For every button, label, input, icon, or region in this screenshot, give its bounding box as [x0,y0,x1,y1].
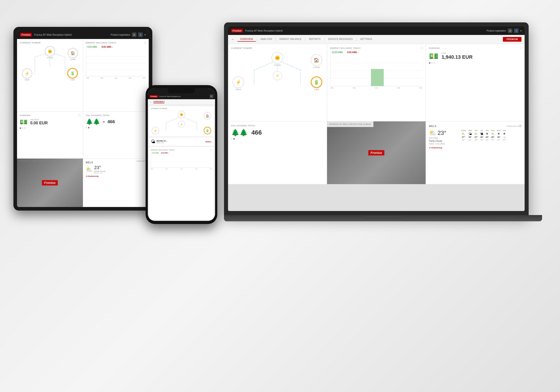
tablet-reg-icon[interactable]: ⊞ [132,32,136,37]
laptop-forecast-sun-label: Sun [491,130,495,131]
phone-energy-info[interactable]: ⓘ [210,149,212,151]
laptop-product-reg: Product registration [487,30,506,32]
laptop-nav-sep-1 [257,38,257,41]
phone-chart-labels: 00h 06h 12h 18h 00h [151,168,212,170]
phone-nav-back[interactable]: ← [150,100,152,103]
laptop-forecast-sat: Sat ☀ 30° 14° [486,130,489,141]
laptop-device: Fronius Fronius AT Wels Reception Hybrid… [224,22,542,242]
tablet-forecast-io: FORECAST.IO [136,160,147,162]
laptop-tab-analysis[interactable]: ANALYSIS [258,37,275,42]
laptop-battery-node: 🔋 3.78% [311,76,322,90]
laptop-forecast-sat-label: Sat [486,130,489,131]
laptop-tab-service[interactable]: SERVICE MESSAGES [325,37,356,42]
laptop-user-icon[interactable]: 👤 [514,29,519,33]
tablet-building-logo: Fronius [42,180,58,185]
tablet-weather-temp-block: 23° Mostly Cloudy Wind: 7 m/s [94,165,106,174]
laptop-weather-header: WELS FORECAST.IO ⓘ [429,125,521,128]
tablet-body: Fronius Fronius AT Wels Reception Hybrid… [13,27,152,211]
tablet-weather-icon: ⛅ [86,166,92,173]
laptop-forecast-sun: Sun ⛅ 29° 17° [491,130,495,141]
laptop-body: Fronius Fronius AT Wels Reception Hybrid… [224,22,529,215]
laptop-premium-button[interactable]: PREMIUM [503,37,521,42]
tablet-logo-text: Fronius [20,33,32,37]
phone-content: Fronius Fronius AT Wels Reception Hy... … [148,88,215,221]
tablet-building-title: FRONIUS AT WELS RECEPTION HYBRID [17,159,62,163]
tablet-earning-details: July 2019 0.00 EUR [30,119,48,125]
laptop-energy-title: ENERGY BALANCE TODAY [330,47,423,49]
tablet-co2-car-icon: 🚗 [103,121,105,122]
tablet-header: Fronius Fronius AT Wels Reception Hybrid… [17,30,149,39]
phone-nav-tab[interactable]: OVERVIEW ▾ [153,101,164,103]
laptop-energy-info[interactable]: ⓘ [421,46,423,50]
laptop-tab-settings[interactable]: SETTINGS [358,37,375,42]
tablet-current-power-title: CURRENT POWER [20,42,80,44]
laptop-forecast-info-icon[interactable]: ⓘ [519,125,521,127]
tablet-chart-gridline-2 [86,63,146,63]
laptop-weather-temp: 23° [438,130,446,136]
laptop-forecast-sat-low: 14° [486,139,489,141]
tablet-grid-node: ⚡ 530 W [22,68,32,81]
phone-reg-icon[interactable]: ⊞ [210,95,213,98]
tablet-solar-label: 5.04 kW [45,57,55,59]
laptop-forecast-mon-label: Mon [497,130,501,131]
laptop-heatwarning: ⚠ Heatwarning [429,147,458,149]
laptop-co2-value: 466 [251,129,262,136]
laptop-weather-temp-row: ⛅ 23° [429,130,458,136]
tablet-weather-desc: Mostly Cloudy [94,170,106,172]
laptop-header: Fronius Fronius AT Wels Reception Hybrid… [228,26,525,35]
tablet-energy-info-icon[interactable]: ⓘ [144,41,147,45]
laptop-tab-overview[interactable]: OVERVIEW [238,37,256,42]
laptop-grid-node: ⚡ 530 W [232,76,244,90]
tablet-earning-value: 0.00 EUR [30,121,48,125]
phone-energy-card: ENERGY BALANCE TODAY ⓘ ↑ 0.01 kWh 0.01 k… [149,147,214,220]
laptop-earning-info[interactable]: ⓘ [520,46,522,50]
laptop-reg-icon[interactable]: ⊞ [508,29,512,33]
laptop-chart-area [330,55,423,86]
tablet-chart-gridline-3 [86,70,146,70]
phone-weather-icon: 🌤 [151,139,155,144]
tablet-dropdown-icon[interactable]: ▾ [144,34,146,36]
laptop-forecast-tue-label: Tue [503,130,506,131]
laptop-heatwarning-text: Heatwarning [431,147,442,149]
phone-weather-wind: Wind: 1 m... [157,142,167,144]
laptop-forecast-sun-high: 29° [491,136,494,138]
phone-grid-node: ⚡ [152,127,159,134]
tablet-logo: Fronius [20,33,32,37]
laptop-earning-label: Total [441,52,472,54]
laptop-tab-reports[interactable]: REPORTS [306,37,323,42]
tablet-screen: Fronius Fronius AT Wels Reception Hybrid… [17,30,149,207]
laptop-forecast-mon-low: 17° [497,139,500,141]
laptop-dropdown-icon[interactable]: ▾ [520,30,521,32]
tablet-weather-wind: Wind: 7 m/s [94,172,106,174]
tablet-co2-dot-1 [86,127,87,128]
phone-device: Fronius Fronius AT Wels Reception Hy... … [146,85,217,224]
phone-power-card: CURRENT POWER ⚡ [149,106,214,136]
laptop-heatwarning-icon: ⚠ [429,147,430,149]
tablet-user-icon[interactable]: 👤 [138,32,143,37]
laptop-home-circle: 🏠 [311,54,322,66]
laptop-weather-title: WELS [429,125,436,128]
tablet-co2-dots [86,127,146,128]
tablet-energy-stats: ↑ 0.01 kWh 0.01 kWh ↓ [86,46,146,48]
phone-weather-card: 🌤 Mostly Cl... Wind: 1 m... Heatwa... [149,138,214,146]
tablet-grid-label: 530 W [22,79,32,81]
tablet-weather-card: WELS FORECAST.IO ⛅ 23° Mostly Cloudy Win… [83,159,149,207]
tablet-money-icon: 💵 [20,118,28,126]
tablet-co2-value-wrap: 466 [108,119,115,124]
tablet-home-node: 🏠 1.26 kW [68,48,78,60]
phone-scroll-area: CURRENT POWER ⚡ [148,105,215,221]
tablet-earning-info-icon[interactable]: ⓘ [78,114,81,117]
laptop-earning-content: 💵 Total 1,940.13 EUR [429,51,521,60]
laptop-forecast-mon: Mon ☀ 30° 17° [497,130,501,141]
laptop-tab-energy[interactable]: ENERGY BALANCE [277,37,304,42]
laptop-forecast-sun-low: 17° [491,139,494,141]
laptop-forecast-sun-icon: ⛅ [491,132,495,136]
tablet-app-title: Fronius AT Wels Reception Hybrid [34,33,109,36]
tablet-battery-label: 3.78% [67,79,78,81]
laptop-money-icon: 💵 [429,51,438,60]
laptop-weather-icon-main: ⛅ [429,130,436,136]
phone-nav: ← OVERVIEW ▾ [148,99,215,105]
laptop-nav-back[interactable]: ← [231,37,235,41]
laptop-forecast-wed-low: 12° [469,139,472,141]
phone-power-title: CURRENT POWER [151,108,212,109]
